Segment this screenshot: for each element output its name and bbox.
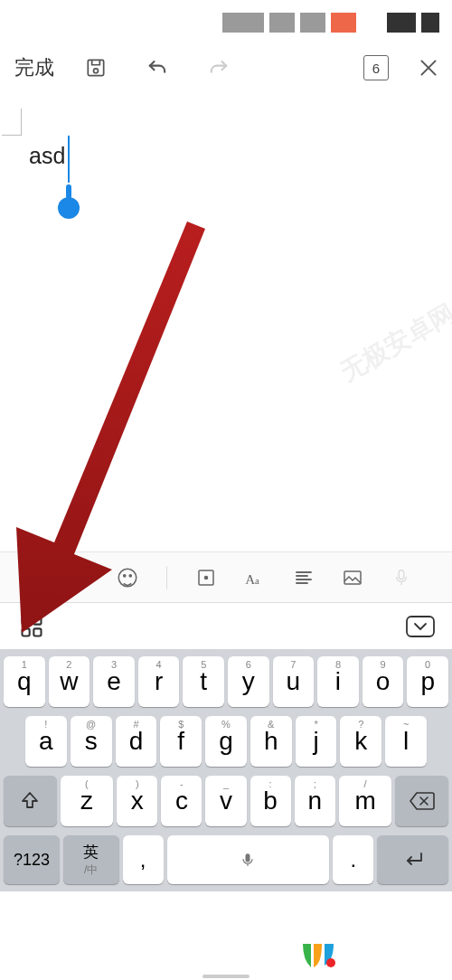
status-block	[387, 13, 416, 33]
toolbar-separator	[166, 566, 167, 589]
key-t[interactable]: 5t	[183, 656, 224, 707]
svg-point-12	[205, 576, 208, 579]
key-g[interactable]: %g	[205, 716, 247, 767]
key-b[interactable]: :b	[250, 776, 291, 826]
keyboard-row-bottom: ?123 英/中 , .	[4, 835, 448, 886]
svg-rect-5	[21, 580, 28, 587]
svg-rect-22	[246, 853, 250, 862]
keyboard-mode-icon[interactable]	[65, 564, 92, 591]
key-k[interactable]: ?k	[340, 716, 381, 767]
lang-secondary-label: /中	[84, 862, 98, 878]
backspace-key[interactable]	[395, 776, 448, 826]
editor-text-content: asd	[29, 143, 65, 169]
enter-key[interactable]	[377, 835, 448, 884]
svg-point-23	[326, 958, 335, 967]
svg-rect-18	[33, 617, 41, 624]
cursor-handle[interactable]	[58, 197, 80, 219]
language-key[interactable]: 英/中	[63, 835, 119, 884]
page-count-badge[interactable]: 6	[363, 55, 389, 80]
align-icon[interactable]	[290, 564, 317, 591]
emoji-icon[interactable]	[114, 564, 141, 591]
key-n[interactable]: ;n	[295, 776, 335, 826]
status-block	[300, 13, 325, 33]
svg-rect-16	[399, 570, 404, 579]
svg-rect-3	[21, 569, 28, 576]
key-l[interactable]: ~l	[385, 716, 427, 767]
key-r[interactable]: 4r	[138, 656, 180, 707]
lang-primary-label: 英	[83, 842, 99, 862]
period-key[interactable]: .	[333, 835, 373, 884]
svg-point-8	[118, 569, 137, 587]
svg-rect-17	[23, 617, 30, 624]
editor-canvas[interactable]: asd 无极安卓网	[0, 90, 452, 551]
shift-key[interactable]	[4, 776, 57, 826]
key-u[interactable]: 7u	[273, 656, 315, 707]
soft-keyboard: 1q2w3e4r5t6y7u8i9o0p !a@s#d$f%g&h*j?k~l …	[0, 649, 452, 891]
keyboard-row-1: 1q2w3e4r5t6y7u8i9o0p	[4, 656, 448, 707]
svg-rect-19	[23, 628, 30, 636]
svg-rect-15	[344, 571, 361, 584]
svg-text:A: A	[245, 570, 255, 586]
mic-icon[interactable]	[388, 564, 415, 591]
key-d[interactable]: #d	[116, 716, 157, 767]
key-w[interactable]: 2w	[49, 656, 90, 707]
key-e[interactable]: 3e	[93, 656, 135, 707]
key-z[interactable]: (z	[61, 776, 114, 826]
apps-grid-icon[interactable]	[16, 564, 43, 591]
keyboard-header	[0, 602, 452, 649]
symbols-key[interactable]: ?123	[4, 835, 60, 884]
done-button[interactable]: 完成	[9, 54, 60, 81]
space-key[interactable]	[167, 835, 330, 884]
status-block	[421, 13, 439, 33]
keyboard-apps-icon[interactable]	[16, 611, 47, 642]
svg-rect-7	[70, 572, 89, 585]
status-block	[331, 13, 356, 33]
key-y[interactable]: 6y	[228, 656, 269, 707]
svg-text:a: a	[255, 574, 259, 585]
svg-point-6	[32, 580, 39, 587]
status-block	[269, 13, 295, 33]
undo-icon[interactable]	[143, 53, 172, 82]
key-s[interactable]: @s	[71, 716, 112, 767]
comma-key[interactable]: ,	[123, 835, 164, 884]
status-block	[222, 13, 264, 33]
text-style-icon[interactable]: Aa	[241, 564, 268, 591]
save-icon[interactable]	[81, 53, 110, 82]
key-j[interactable]: *j	[296, 716, 337, 767]
keyboard-row-2: !a@s#d$f%g&h*j?k~l	[4, 716, 448, 767]
brand-name: 无极安卓网	[344, 938, 439, 963]
key-f[interactable]: $f	[160, 716, 202, 767]
key-x[interactable]: )x	[117, 776, 157, 826]
key-p[interactable]: 0p	[407, 656, 448, 707]
redo-icon[interactable]	[204, 53, 233, 82]
key-o[interactable]: 9o	[363, 656, 404, 707]
brand-url: wjhotelgroup.com	[344, 960, 439, 971]
watermark-text: 无极安卓网	[334, 297, 452, 390]
svg-rect-4	[32, 569, 39, 576]
key-q[interactable]: 1q	[4, 656, 45, 707]
svg-point-1	[94, 69, 99, 73]
key-c[interactable]: -c	[161, 776, 202, 826]
key-h[interactable]: &h	[250, 716, 292, 767]
collapse-keyboard-icon[interactable]	[405, 611, 436, 642]
handle-bar	[202, 975, 250, 978]
editor-top-toolbar: 完成 6	[0, 45, 452, 90]
format-toolbar: Aa	[0, 551, 452, 602]
key-m[interactable]: /m	[339, 776, 392, 826]
key-a[interactable]: !a	[25, 716, 67, 767]
svg-rect-20	[33, 628, 41, 636]
keyboard-row-3: (z)x-c_v:b;n/m	[4, 776, 448, 826]
page-corner-icon	[2, 108, 22, 136]
status-bar	[0, 0, 452, 45]
key-v[interactable]: _v	[205, 776, 246, 826]
brand-watermark: 无极安卓网 wjhotelgroup.com	[299, 935, 439, 973]
image-insert-icon[interactable]	[339, 564, 366, 591]
svg-point-9	[124, 574, 126, 576]
svg-rect-21	[407, 617, 434, 636]
svg-point-10	[129, 574, 131, 576]
fullscreen-icon[interactable]	[193, 564, 220, 591]
close-icon[interactable]	[414, 53, 443, 82]
text-cursor	[68, 136, 70, 183]
key-i[interactable]: 8i	[317, 656, 359, 707]
